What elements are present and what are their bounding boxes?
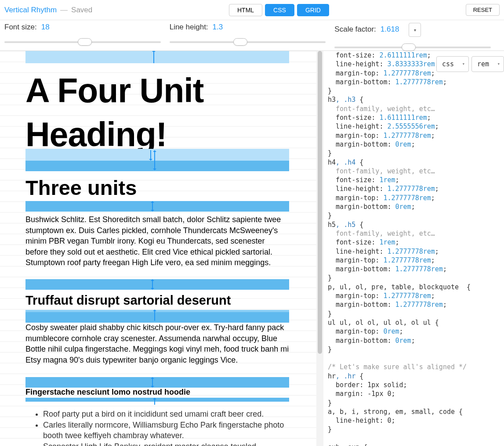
margin-band <box>25 377 289 388</box>
margin-band <box>25 279 289 290</box>
font-size-slider[interactable] <box>4 41 161 43</box>
preview-h2: Three units <box>25 176 289 200</box>
code-pane: css rem font-size: 2.6111111rem; line-he… <box>323 51 504 446</box>
preview-h4: Fingerstache nesciunt lomo nostrud hoodi… <box>25 388 289 397</box>
controls-row: Font size: 18 Line height: 1.3 Scale fac… <box>0 20 504 51</box>
preview-pane: A Four Unit Heading! Three units Bushwic… <box>0 51 316 446</box>
scale-factor-value[interactable]: 1.618 <box>381 25 399 34</box>
line-height-control: Line height: 1.3 <box>170 23 335 50</box>
scroll-thumb[interactable] <box>318 51 322 354</box>
margin-band <box>25 149 289 161</box>
tab-grid[interactable]: GRID <box>297 4 329 16</box>
scale-factor-dropdown[interactable]: ▾ <box>409 23 421 37</box>
unit-select[interactable]: rem <box>471 56 504 72</box>
scale-factor-slider[interactable] <box>334 47 491 48</box>
list-item: Carles literally normcore, Williamsburg … <box>43 420 289 441</box>
header-bar: Vertical Rhythm — Saved HTML CSS GRID RE… <box>0 0 504 20</box>
line-height-slider[interactable] <box>170 41 326 43</box>
line-height-value[interactable]: 1.3 <box>213 23 223 32</box>
main-split: A Four Unit Heading! Three units Bushwic… <box>0 51 504 446</box>
font-size-value[interactable]: 18 <box>41 23 50 32</box>
arrow-icon <box>154 151 155 169</box>
preview-paragraph: Bushwick Schlitz. Est Shoreditch small b… <box>25 214 289 268</box>
arrow-icon <box>153 51 154 63</box>
arrow-icon <box>154 310 155 321</box>
margin-band <box>25 398 289 402</box>
arrow-icon <box>152 280 153 289</box>
app-title[interactable]: Vertical Rhythm <box>4 6 57 14</box>
css-output[interactable]: font-size: 2.6111111rem; line-height: 3.… <box>328 51 500 446</box>
preview-h1: A Four Unit Heading! <box>25 68 289 156</box>
reset-button[interactable]: RESET <box>466 4 500 16</box>
scale-factor-label: Scale factor: <box>334 25 376 34</box>
arrow-icon <box>154 399 155 405</box>
list-item: Roof party put a bird on it incididunt s… <box>43 409 289 420</box>
font-size-label: Font size: <box>4 23 37 32</box>
preview-paragraph: Cosby sweater plaid shabby chic kitsch p… <box>25 322 289 365</box>
list-item: Scenester High Life Banksy, proident mas… <box>43 441 289 446</box>
line-height-label: Line height: <box>170 23 208 32</box>
view-tabs: HTML CSS GRID <box>92 4 465 16</box>
format-select[interactable]: css <box>436 56 469 72</box>
title-group: Vertical Rhythm — Saved <box>4 6 92 14</box>
margin-band <box>25 312 289 323</box>
tab-html[interactable]: HTML <box>229 4 262 16</box>
margin-band <box>25 51 289 63</box>
arrow-icon <box>152 378 153 387</box>
line-height-thumb[interactable] <box>233 38 247 46</box>
arrow-icon <box>152 202 153 211</box>
arrow-icon <box>150 150 151 160</box>
margin-band <box>25 161 289 171</box>
preview-h3: Truffaut disrupt sartorial deserunt <box>25 293 289 308</box>
font-size-thumb[interactable] <box>78 38 92 46</box>
font-size-control: Font size: 18 <box>4 23 170 50</box>
save-status: Saved <box>71 6 92 14</box>
tab-css[interactable]: CSS <box>265 4 294 16</box>
scale-factor-control: Scale factor: 1.618 ▾ <box>334 23 500 50</box>
preview-scrollbar[interactable] <box>316 51 323 446</box>
title-dash: — <box>60 6 68 14</box>
scale-factor-thumb[interactable] <box>402 43 416 51</box>
preview-list: Roof party put a bird on it incididunt s… <box>25 409 289 446</box>
margin-band <box>25 201 289 212</box>
